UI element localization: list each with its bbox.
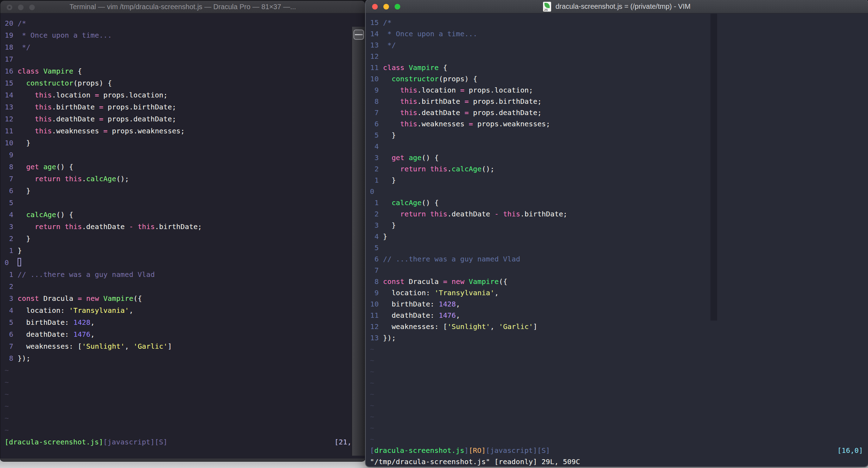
empty-buffer-line: ~ [5, 400, 365, 412]
code-line: 6// ...there was a guy named Vlad [370, 253, 868, 265]
code-line: 7 return this.calcAge(); [5, 173, 365, 185]
statusline-bracket: ] [464, 445, 468, 456]
code-line: 12 [370, 51, 868, 62]
code-line: 11 this.weaknesses = props.weaknesses; [5, 125, 365, 137]
code-line: 4 [370, 141, 868, 152]
empty-buffer-line: ~ [370, 400, 868, 411]
code-line: 15 constructor(props) { [5, 77, 365, 89]
terminal-window: Terminal — vim /tmp/dracula-screenshot.j… [0, 1, 365, 461]
code-line: 5 [370, 242, 868, 253]
macvim-titlebar[interactable]: JS dracula-screenshot.js = (/private/tmp… [366, 0, 868, 13]
line-number: 2 [370, 163, 379, 175]
line-number: 10 [370, 73, 379, 84]
code-line: 1 } [370, 175, 868, 186]
code-line: 11 deathDate: 1476, [370, 310, 868, 321]
vim-buffer-right[interactable]: 15/*14 * Once upon a time...13 */1211cla… [366, 14, 868, 466]
empty-buffer-line: ~ [5, 412, 365, 424]
code-line: 19 * Once upon a time... [5, 29, 365, 41]
empty-buffer-line: ~ [370, 388, 868, 400]
code-line: 8}); [5, 352, 365, 364]
line-number: 13 [370, 39, 379, 51]
code-line: 11class Vampire { [370, 62, 868, 73]
code-line: 8const Dracula = new Vampire({ [370, 276, 868, 287]
terminal-scrollbar-track[interactable] [352, 27, 365, 456]
code-line: 2 return this.calcAge(); [370, 163, 868, 175]
line-number: 17 [5, 53, 13, 65]
code-line: 7 weaknesses: ['Sunlight', 'Garlic'] [5, 340, 365, 352]
line-number: 0 [5, 257, 13, 268]
line-number: 6 [370, 253, 379, 265]
line-number: 11 [370, 310, 379, 321]
code-line: 10 } [5, 137, 365, 149]
line-number: 12 [370, 321, 379, 332]
code-line: 3 return this.deathDate - this.birthDate… [5, 221, 365, 233]
code-line: 0 [370, 186, 868, 197]
line-number: 9 [370, 287, 379, 298]
code-line: 4 location: 'Transylvania', [5, 304, 365, 316]
empty-buffer-line: ~ [5, 376, 365, 388]
empty-buffer-line: ~ [370, 377, 868, 388]
line-number: 4 [5, 304, 13, 316]
code-line: 15/* [370, 17, 868, 28]
line-number: 15 [5, 77, 13, 89]
vim-statusline-right: [dracula-screenshot.js][RO][javascript][… [370, 445, 868, 456]
vim-buffer-left[interactable]: 20/*19 * Once upon a time...18 */1716cla… [0, 14, 365, 448]
code-line: 5 [5, 197, 365, 209]
empty-buffer-line: ~ [370, 366, 868, 377]
line-number: 10 [370, 298, 379, 310]
code-line: 3 get age() { [370, 152, 868, 163]
statusline-cursor-position: [16,0] [837, 445, 863, 456]
code-line: 8 get age() { [5, 161, 365, 173]
empty-buffer-line: ~ [5, 364, 365, 376]
macvim-window-title: JS dracula-screenshot.js = (/private/tmp… [366, 0, 868, 13]
code-line: 7 [370, 265, 868, 276]
line-number: 1 [5, 245, 13, 257]
code-line: 2 [5, 280, 365, 292]
code-line: 4 calcAge() { [5, 209, 365, 221]
line-number: 7 [5, 340, 13, 352]
statusline-filename: dracula-screenshot.js [374, 445, 464, 456]
line-number: 10 [5, 137, 13, 149]
line-number: 3 [370, 220, 379, 231]
line-number: 5 [370, 242, 379, 253]
code-line: 1} [5, 245, 365, 257]
code-line: 9 location: 'Transylvania', [370, 287, 868, 298]
split-pane-button[interactable] [353, 30, 364, 40]
line-number: 4 [370, 141, 379, 152]
macvim-window: JS dracula-screenshot.js = (/private/tmp… [366, 0, 868, 467]
code-area: 20/*19 * Once upon a time...18 */1716cla… [5, 17, 365, 436]
statusline-filename: [dracula-screenshot.js] [5, 436, 103, 448]
line-number: 18 [5, 41, 13, 53]
empty-buffer-line: ~ [370, 343, 868, 355]
line-number: 9 [5, 149, 13, 161]
empty-buffer-line: ~ [370, 434, 868, 445]
code-line: 17 [5, 53, 365, 65]
terminal-titlebar[interactable]: Terminal — vim /tmp/dracula-screenshot.j… [0, 1, 365, 13]
line-number: 12 [370, 51, 379, 62]
code-line: 1 calcAge() { [370, 197, 868, 208]
line-number: 6 [5, 328, 13, 340]
code-line: 12 this.deathDate = props.deathDate; [5, 113, 365, 125]
line-number: 0 [370, 186, 379, 197]
line-number: 2 [5, 233, 13, 245]
empty-buffer-line: ~ [5, 388, 365, 400]
statusline-tags: [javascript][S] [486, 445, 550, 456]
document-icon: JS [543, 2, 551, 12]
line-number: 19 [5, 29, 13, 41]
line-number: 3 [5, 221, 13, 233]
line-number: 13 [370, 332, 379, 343]
code-line: 18 */ [5, 41, 365, 53]
line-number: 9 [370, 84, 379, 96]
code-line: 9 this.location = props.location; [370, 84, 868, 96]
line-number: 1 [370, 197, 379, 208]
code-line: 6 deathDate: 1476, [5, 328, 365, 340]
code-line: 6 this.weaknesses = props.weaknesses; [370, 118, 868, 129]
line-number: 1 [370, 175, 379, 186]
line-number: 15 [370, 17, 379, 28]
code-line: 16class Vampire { [5, 65, 365, 77]
line-number: 14 [5, 89, 13, 101]
code-line: 5 } [370, 129, 868, 141]
empty-buffer-line: ~ [5, 424, 365, 436]
statusline-tags: [javascript][S] [103, 436, 167, 448]
code-line: 10 constructor(props) { [370, 73, 868, 84]
